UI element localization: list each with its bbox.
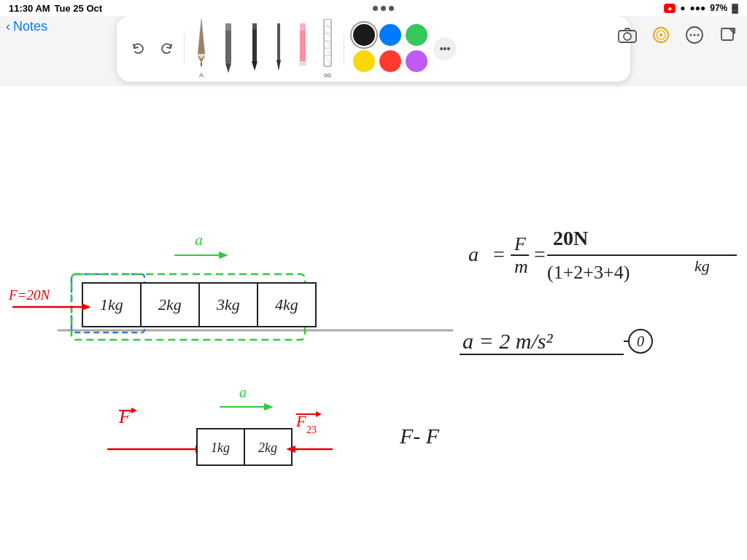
svg-text:4kg: 4kg <box>275 295 298 314</box>
toolbar-separator-2 <box>344 34 344 63</box>
camera-icon <box>618 27 637 43</box>
svg-text:1kg: 1kg <box>211 440 230 455</box>
svg-point-30 <box>659 34 662 36</box>
svg-text:a: a <box>195 230 203 249</box>
compose-button[interactable] <box>715 22 741 48</box>
more-options-button[interactable] <box>681 22 708 48</box>
svg-rect-14 <box>299 61 306 66</box>
dot3 <box>389 6 394 11</box>
pen-2-icon <box>221 23 236 74</box>
color-black[interactable] <box>353 24 375 46</box>
pencil-tool-1[interactable]: A <box>190 16 212 82</box>
ruler-label: oo <box>324 71 331 79</box>
svg-text:a: a <box>468 243 479 265</box>
date: Tue 25 Oct <box>55 3 103 14</box>
svg-text:1kg: 1kg <box>100 295 123 314</box>
svg-marker-71 <box>264 403 274 411</box>
svg-text:kg: kg <box>694 257 710 275</box>
svg-text:F- F: F- F <box>399 424 440 448</box>
pencil-1-label: A <box>199 71 204 79</box>
svg-text:2kg: 2kg <box>258 440 277 455</box>
ruler-tool[interactable]: oo <box>317 16 338 82</box>
svg-point-34 <box>697 34 700 36</box>
svg-text:=: = <box>534 243 546 265</box>
svg-marker-53 <box>219 252 228 259</box>
svg-point-27 <box>624 33 631 40</box>
compose-icon <box>719 26 737 44</box>
svg-line-36 <box>729 28 735 34</box>
svg-text:F: F <box>514 233 527 254</box>
pen-3-icon <box>249 23 260 74</box>
color-swatches <box>353 24 429 74</box>
svg-text:20N: 20N <box>553 227 588 249</box>
notes-canvas[interactable]: 1kg 2kg 3kg 4kg F=20N a a = F m = <box>0 86 747 560</box>
status-bar: 11:30 AM Tue 25 Oct ● ● ●●● 97% ▓ <box>0 0 747 16</box>
svg-text:a: a <box>239 384 247 400</box>
color-red[interactable] <box>379 50 401 72</box>
svg-rect-5 <box>225 23 231 31</box>
svg-text:=: = <box>493 243 505 265</box>
top-right-toolbar <box>614 22 741 48</box>
svg-line-23 <box>325 38 330 47</box>
undo-button[interactable] <box>127 37 150 61</box>
color-yellow[interactable] <box>353 50 375 72</box>
status-center <box>373 6 394 11</box>
color-blue[interactable] <box>379 24 401 46</box>
redo-button[interactable] <box>155 37 178 61</box>
camera-button[interactable] <box>614 22 640 48</box>
back-chevron: ‹ <box>6 19 10 34</box>
pen-tool-3[interactable] <box>244 20 265 77</box>
svg-rect-10 <box>277 23 280 60</box>
undo-icon <box>131 42 146 56</box>
eraser-tool[interactable] <box>293 20 313 77</box>
svg-line-25 <box>325 55 330 64</box>
color-green[interactable] <box>406 24 427 46</box>
svg-text:23: 23 <box>306 424 317 435</box>
pen-4-icon <box>274 23 284 74</box>
svg-marker-84 <box>316 411 322 417</box>
eraser-icon <box>297 23 309 74</box>
ruler-icon <box>322 19 333 70</box>
time: 11:30 AM <box>9 3 50 14</box>
svg-marker-74 <box>131 408 137 413</box>
dot1 <box>373 6 378 11</box>
more-icon: ••• <box>440 43 451 55</box>
svg-rect-13 <box>300 23 306 31</box>
svg-rect-8 <box>252 23 257 29</box>
svg-text:F: F <box>118 406 131 427</box>
status-right: ● ● ●●● 97% ▓ <box>664 3 738 13</box>
svg-text:3kg: 3kg <box>216 295 240 314</box>
more-options-icon <box>685 26 704 44</box>
battery-text: 97% <box>710 3 727 13</box>
svg-marker-9 <box>252 61 258 71</box>
battery-icon: ▓ <box>732 3 738 13</box>
svg-point-33 <box>694 34 696 36</box>
notes-back-button[interactable]: ‹ Notes <box>6 19 47 34</box>
svg-text:m: m <box>514 256 528 277</box>
recording-badge: ● <box>664 4 676 13</box>
svg-text:2kg: 2kg <box>158 295 182 314</box>
svg-text:(1+2+3+4): (1+2+3+4) <box>547 262 630 283</box>
share-button[interactable] <box>648 22 674 48</box>
redo-icon <box>159 42 174 56</box>
handwriting-area: 1kg 2kg 3kg 4kg F=20N a a = F m = <box>0 86 747 560</box>
svg-marker-6 <box>225 63 231 73</box>
svg-rect-2 <box>198 54 205 56</box>
notes-label: Notes <box>13 19 47 34</box>
more-button[interactable]: ••• <box>433 37 457 61</box>
status-left: 11:30 AM Tue 25 Oct <box>9 3 102 14</box>
drawing-toolbar: A <box>117 16 630 82</box>
svg-line-21 <box>325 20 330 29</box>
wifi-icon: ● <box>680 3 685 13</box>
svg-text:0: 0 <box>637 333 644 349</box>
pen-tool-4[interactable] <box>269 20 288 77</box>
color-purple[interactable] <box>406 50 427 72</box>
svg-point-32 <box>690 34 692 36</box>
pencil-1-icon <box>195 19 208 70</box>
share-icon <box>652 26 670 44</box>
pen-tool-2[interactable] <box>217 20 240 77</box>
svg-text:a = 2 m/s²: a = 2 m/s² <box>462 329 553 353</box>
signal-icon: ●●● <box>689 3 705 13</box>
svg-text:F=20N: F=20N <box>8 287 50 303</box>
dot2 <box>381 6 386 11</box>
